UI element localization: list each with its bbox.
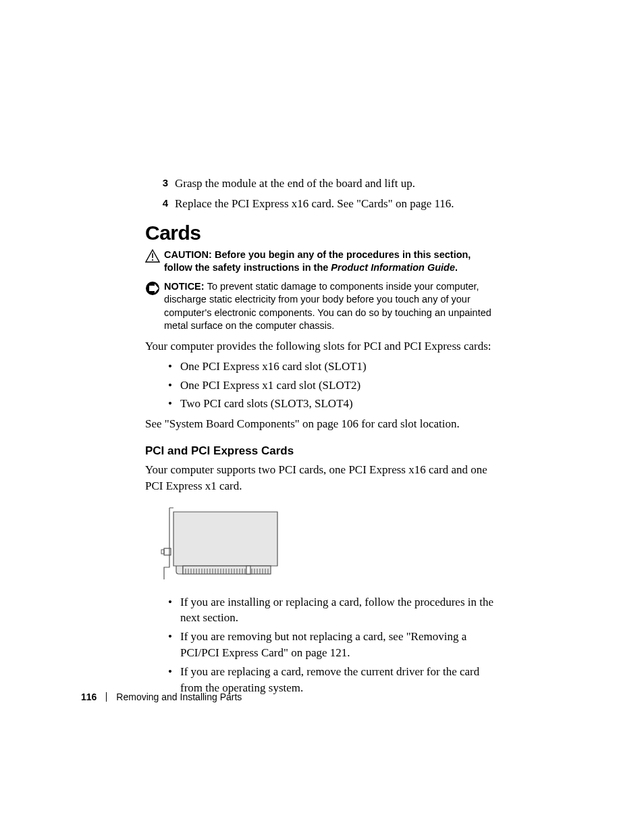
intro-paragraph: Your computer provides the following slo…: [145, 338, 496, 355]
page-footer: 116 Removing and Installing Parts: [81, 692, 486, 702]
list-item: One PCI Express x16 card slot (SLOT1): [168, 359, 496, 375]
page-content: 3 Grasp the module at the end of the boa…: [145, 176, 496, 698]
notice-label: NOTICE:: [164, 281, 207, 292]
list-item: Two PCI card slots (SLOT3, SLOT4): [168, 396, 496, 412]
step-text: Grasp the module at the end of the board…: [175, 176, 496, 192]
see-paragraph: See "System Board Components" on page 10…: [145, 416, 496, 432]
support-paragraph: Your computer supports two PCI cards, on…: [145, 462, 496, 494]
notice-body: To prevent static damage to components i…: [164, 281, 491, 332]
page-number: 116: [81, 692, 97, 702]
caution-block: CAUTION: Before you begin any of the pro…: [145, 249, 496, 275]
footer-separator: [106, 692, 107, 702]
svg-rect-8: [246, 566, 250, 574]
svg-point-2: [152, 259, 153, 260]
caution-text: CAUTION: Before you begin any of the pro…: [164, 249, 496, 275]
step-text: Replace the PCI Express x16 card. See "C…: [175, 196, 496, 212]
notice-text: NOTICE: To prevent static damage to comp…: [164, 280, 496, 333]
pci-card-figure: [145, 506, 496, 585]
slot-list: One PCI Express x16 card slot (SLOT1) On…: [168, 359, 496, 412]
list-item: If you are installing or replacing a car…: [168, 594, 496, 627]
subsection-heading-pci: PCI and PCI Express Cards: [145, 444, 496, 458]
caution-post: .: [455, 262, 458, 273]
step-4: 4 Replace the PCI Express x16 card. See …: [145, 196, 496, 212]
svg-rect-6: [161, 550, 164, 554]
document-page: 3 Grasp the module at the end of the boa…: [0, 0, 644, 834]
section-heading-cards: Cards: [145, 221, 496, 244]
list-item: One PCI Express x1 card slot (SLOT2): [168, 377, 496, 394]
numbered-steps: 3 Grasp the module at the end of the boa…: [145, 176, 496, 212]
caution-label: CAUTION:: [164, 249, 215, 260]
caution-guide-name: Product Information Guide: [331, 262, 455, 273]
step-number: 3: [145, 176, 175, 192]
action-list: If you are installing or replacing a car…: [168, 594, 496, 696]
list-item: If you are removing but not replacing a …: [168, 629, 496, 661]
notice-block: NOTICE: To prevent static damage to comp…: [145, 280, 496, 333]
caution-triangle-icon: [145, 249, 164, 265]
step-3: 3 Grasp the module at the end of the boa…: [145, 176, 496, 192]
chapter-title: Removing and Installing Parts: [116, 692, 242, 702]
step-number: 4: [145, 196, 175, 212]
notice-arrow-icon: [145, 281, 164, 298]
